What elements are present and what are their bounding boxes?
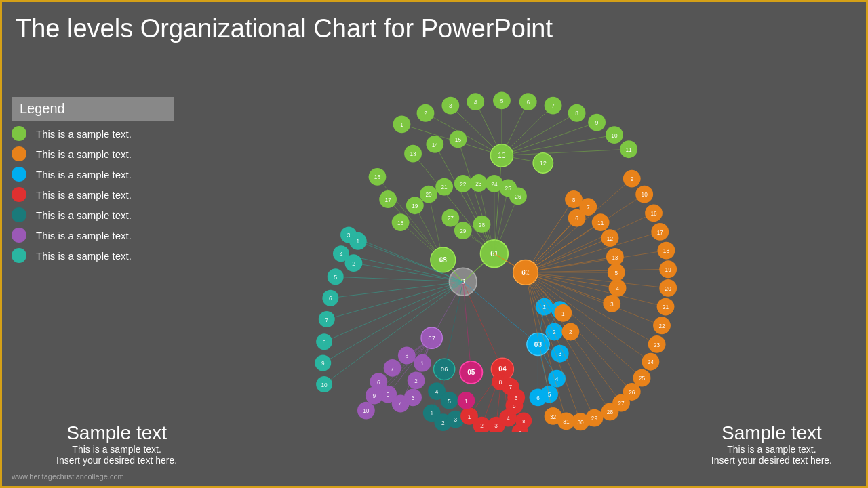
- legend-item-teal2: This is a sample text.: [12, 248, 174, 263]
- legend-label-teal: This is a sample text.: [36, 209, 132, 221]
- legend-item-cyan: This is a sample text.: [12, 167, 174, 182]
- svg-line-28: [475, 102, 502, 155]
- svg-text:22: 22: [658, 323, 665, 329]
- svg-line-152: [432, 282, 463, 338]
- legend-label-cyan: This is a sample text.: [36, 169, 132, 180]
- legend-color-purple: [12, 228, 26, 243]
- sample-text-right: Sample text This is a sample text. Inser…: [711, 422, 832, 466]
- legend-color-orange: [12, 146, 26, 161]
- svg-text:3: 3: [412, 394, 415, 401]
- svg-text:8: 8: [323, 339, 326, 346]
- svg-text:7: 7: [509, 384, 513, 390]
- svg-text:19: 19: [665, 266, 672, 273]
- website-label: www.heritagechristiancollege.com: [12, 472, 124, 481]
- sample-right-line1: This is a sample text.: [711, 444, 832, 455]
- chart-area: 9 01 02 08 13 12 1 2 3 4 5 6 7 8 9 10: [185, 63, 866, 432]
- svg-text:6: 6: [515, 394, 518, 401]
- svg-text:23: 23: [654, 342, 660, 348]
- svg-text:21: 21: [663, 304, 669, 310]
- sample-text-left: Sample text This is a sample text. Inser…: [56, 422, 177, 466]
- svg-text:27: 27: [618, 400, 625, 407]
- svg-line-126: [327, 282, 463, 319]
- svg-text:4: 4: [399, 401, 402, 407]
- svg-text:7: 7: [587, 204, 590, 211]
- svg-text:7: 7: [551, 102, 555, 109]
- legend-label-teal2: This is a sample text.: [36, 250, 132, 262]
- legend-label-orange: This is a sample text.: [36, 148, 132, 160]
- svg-text:28: 28: [607, 409, 614, 415]
- svg-text:20: 20: [665, 285, 672, 292]
- svg-text:8: 8: [572, 197, 576, 203]
- svg-text:4: 4: [507, 415, 510, 422]
- legend-color-green: [12, 126, 26, 141]
- svg-text:12: 12: [540, 160, 547, 167]
- legend-color-teal2: [12, 248, 26, 263]
- svg-text:7: 7: [391, 365, 394, 372]
- svg-line-320: [526, 269, 668, 272]
- svg-text:1: 1: [465, 398, 468, 405]
- svg-text:9: 9: [321, 360, 325, 367]
- svg-text:1: 1: [430, 410, 433, 417]
- legend-color-teal: [12, 207, 26, 222]
- legend-item-red: This is a sample text.: [12, 187, 174, 202]
- sample-right-line2: Insert your desired text here.: [711, 455, 832, 466]
- svg-line-25: [450, 106, 502, 156]
- svg-line-40: [502, 113, 577, 156]
- svg-line-46: [502, 135, 614, 155]
- legend-item-orange: This is a sample text.: [12, 146, 174, 161]
- svg-text:4: 4: [435, 388, 439, 395]
- legend-item-purple: This is a sample text.: [12, 228, 174, 243]
- svg-text:6: 6: [329, 295, 332, 302]
- svg-text:8: 8: [522, 418, 525, 424]
- svg-text:31: 31: [563, 418, 570, 425]
- svg-text:3: 3: [454, 416, 457, 423]
- legend-box: Legend This is a sample text. This is a …: [12, 97, 174, 268]
- svg-text:5: 5: [334, 274, 337, 281]
- svg-line-183: [463, 282, 502, 369]
- sample-right-heading: Sample text: [711, 422, 832, 444]
- svg-text:4: 4: [616, 285, 619, 292]
- legend-header: Legend: [12, 97, 174, 121]
- page-title: The levels Organizational Chart for Powe…: [16, 14, 553, 43]
- svg-text:3: 3: [558, 350, 561, 357]
- svg-line-52: [413, 154, 494, 254]
- svg-text:7: 7: [325, 317, 328, 323]
- svg-text:26: 26: [629, 389, 635, 396]
- svg-text:30: 30: [578, 419, 585, 426]
- legend-label-green: This is a sample text.: [36, 128, 132, 140]
- svg-text:9: 9: [373, 392, 376, 399]
- svg-line-309: [526, 218, 577, 272]
- legend-label-purple: This is a sample text.: [36, 230, 132, 241]
- legend-label-red: This is a sample text.: [36, 189, 132, 201]
- svg-text:9: 9: [519, 430, 521, 432]
- svg-text:16: 16: [650, 210, 657, 217]
- svg-line-89: [401, 222, 443, 260]
- svg-line-90: [415, 205, 443, 260]
- svg-text:11: 11: [626, 146, 633, 153]
- sample-left-line1: This is a sample text.: [56, 444, 177, 455]
- svg-text:05: 05: [467, 369, 475, 376]
- svg-text:9: 9: [630, 176, 633, 182]
- legend-item-teal: This is a sample text.: [12, 207, 174, 222]
- svg-text:29: 29: [591, 415, 598, 422]
- svg-text:6: 6: [377, 379, 380, 386]
- svg-text:10: 10: [642, 191, 648, 198]
- svg-line-165: [444, 282, 463, 369]
- svg-text:21: 21: [441, 184, 448, 190]
- legend-color-cyan: [12, 167, 26, 182]
- legend-color-red: [12, 187, 26, 202]
- legend-item-green: This is a sample text.: [12, 126, 174, 141]
- svg-line-4: [463, 253, 494, 281]
- svg-text:2: 2: [480, 422, 484, 429]
- svg-text:10: 10: [363, 407, 370, 414]
- svg-line-318: [526, 232, 660, 272]
- svg-text:32: 32: [550, 413, 557, 420]
- svg-line-43: [502, 123, 597, 156]
- svg-line-125: [330, 282, 462, 298]
- svg-line-304: [526, 238, 610, 272]
- svg-text:12: 12: [607, 235, 614, 242]
- sample-left-line2: Insert your desired text here.: [56, 455, 177, 466]
- svg-line-223: [463, 282, 538, 344]
- sample-left-heading: Sample text: [56, 422, 177, 444]
- svg-line-49: [502, 149, 629, 155]
